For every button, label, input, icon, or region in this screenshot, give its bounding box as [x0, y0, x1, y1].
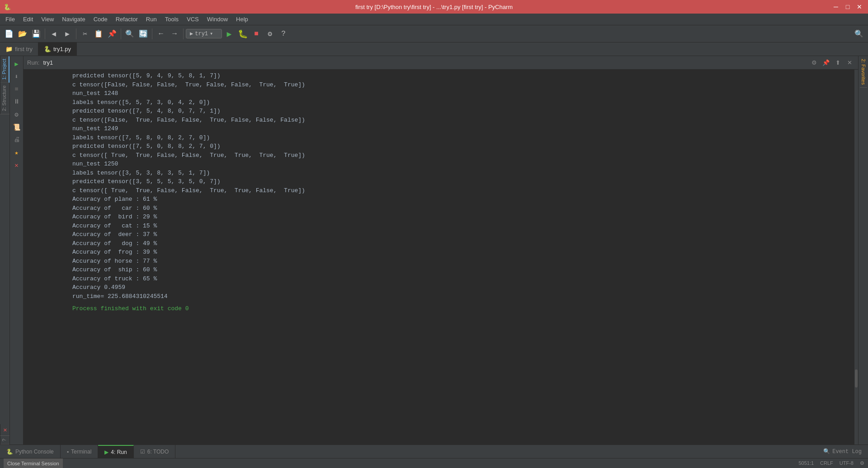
run-header-settings[interactable]: ⚙	[809, 58, 819, 68]
find-button[interactable]: 🔍	[123, 28, 136, 40]
project-tab[interactable]: 📁 first try	[0, 43, 38, 56]
sidebar-item-structure[interactable]: 2: Structure	[0, 83, 9, 114]
forward-button[interactable]: ▶	[61, 28, 74, 40]
console-line: Accuracy of frog : 39 %	[24, 248, 854, 257]
app-icon: 🐍	[4, 4, 11, 10]
encoding: UTF-8	[840, 460, 854, 466]
menu-tools[interactable]: Tools	[161, 15, 182, 24]
run-config-selector[interactable]: ▶ try1 ▾	[186, 29, 222, 38]
menu-run[interactable]: Run	[142, 15, 160, 24]
run-settings-button[interactable]: ⚙	[11, 109, 23, 120]
status-bar: Close Terminal Session 5051:1 CRLF UTF-8…	[0, 458, 868, 468]
menu-view[interactable]: View	[38, 15, 57, 24]
console-line: predicted tensor([7, 5, 0, 8, 8, 2, 7, 0…	[24, 142, 854, 151]
settings-icon[interactable]: ⚙	[860, 460, 864, 466]
menu-edit[interactable]: Edit	[19, 15, 37, 24]
event-log-tab[interactable]: 🔍 Event Log	[817, 445, 868, 458]
menu-help[interactable]: Help	[232, 15, 252, 24]
replace-button[interactable]: 🔄	[137, 28, 150, 40]
close-button[interactable]: ✕	[854, 2, 864, 12]
console-line: nun_test 1249	[24, 124, 854, 133]
console-line: Accuracy of bird : 29 %	[24, 213, 854, 222]
cursor-position: 5051:1	[798, 460, 814, 466]
python-console-icon: 🐍	[6, 449, 13, 455]
title-left: 🐍	[4, 4, 11, 10]
menu-vcs[interactable]: VCS	[183, 15, 203, 24]
bottom-tab-terminal[interactable]: ▪ Terminal	[61, 445, 99, 458]
menu-refactor[interactable]: Refactor	[112, 15, 142, 24]
run-error-button[interactable]: ✕	[11, 159, 23, 171]
console-line: Accuracy of cat : 15 %	[24, 222, 854, 231]
run-header-pin[interactable]: 📌	[821, 58, 831, 68]
run-resume-button[interactable]: ▶	[11, 58, 23, 70]
run-stop-button[interactable]: ■	[11, 83, 23, 95]
run-config-name: try1	[43, 59, 53, 66]
toolbar-sep-3	[121, 28, 121, 39]
console-line: nun_test 1250	[24, 160, 854, 169]
open-button[interactable]: 📂	[16, 28, 29, 40]
coverage-button[interactable]: ⚙	[264, 28, 276, 40]
run-scroll-button[interactable]: 📜	[11, 121, 23, 133]
sidebar-item-help[interactable]: ?	[0, 436, 9, 444]
console-line: c tensor([False, True, False, False, Tru…	[24, 116, 854, 125]
debug-button[interactable]: 🐛	[236, 28, 249, 40]
sidebar-right-favorites[interactable]: 2: Favorites	[860, 56, 867, 88]
console-line: Accuracy of dog : 49 %	[24, 239, 854, 248]
copy-button[interactable]: 📋	[92, 28, 105, 40]
file-tab-label: try1.py	[53, 46, 71, 52]
toolbar-sep-5	[183, 28, 184, 39]
toolbar-sep-4	[152, 28, 152, 39]
search-everywhere-button[interactable]: 🔍	[853, 28, 865, 40]
run-header-expand[interactable]: ⬆	[833, 58, 843, 68]
minimize-button[interactable]: ─	[831, 2, 841, 12]
menu-navigate[interactable]: Navigate	[58, 15, 89, 24]
save-all-button[interactable]: 💾	[30, 28, 42, 40]
run-pause-button[interactable]: ⏸	[11, 96, 23, 108]
menu-window[interactable]: Window	[203, 15, 231, 24]
back-button[interactable]: ◀	[47, 28, 60, 40]
bottom-tab-run[interactable]: ▶ 4: Run	[98, 445, 133, 458]
bottom-bar: 🐍 Python Console ▪ Terminal ▶ 4: Run ☑ 6…	[0, 444, 868, 458]
console-line: predicted tensor([3, 5, 5, 5, 3, 5, 0, 7…	[24, 177, 854, 186]
console-output: predicted tensor([5, 9, 4, 9, 5, 8, 1, 7…	[24, 70, 854, 444]
scrollbar-thumb[interactable]	[855, 369, 858, 388]
bottom-tab-python-console[interactable]: 🐍 Python Console	[0, 445, 61, 458]
help-button[interactable]: ?	[277, 28, 290, 40]
run-button[interactable]: ▶	[223, 28, 236, 40]
sidebar-item-project[interactable]: 1: Project	[0, 56, 9, 83]
console-line: labels tensor([3, 5, 3, 8, 3, 5, 1, 7])	[24, 169, 854, 178]
stop-button[interactable]: ■	[250, 28, 263, 40]
run-star-button[interactable]: ★	[11, 147, 23, 158]
console-line: c tensor([False, False, False, True, Fal…	[24, 80, 854, 90]
new-file-button[interactable]: 📄	[3, 28, 15, 40]
maximize-button[interactable]: □	[843, 2, 853, 12]
cut-button[interactable]: ✂	[79, 28, 91, 40]
event-log-label: Event Log	[832, 449, 862, 455]
python-file-icon: 🐍	[44, 46, 51, 52]
nav-forward-button[interactable]: →	[168, 28, 181, 40]
console-line: run_time= 225.6884310245514	[24, 292, 854, 301]
console-line: Accuracy 0.4959	[24, 283, 854, 292]
bottom-tab-todo[interactable]: ☑ 6: TODO	[134, 445, 176, 458]
status-right: 5051:1 CRLF UTF-8 ⚙	[798, 460, 864, 466]
run-step-over-button[interactable]: ⬇	[11, 71, 23, 82]
run-header-close[interactable]: ✕	[844, 58, 854, 68]
console-line: labels tensor([5, 5, 7, 3, 0, 4, 2, 0])	[24, 98, 854, 107]
file-tab[interactable]: 🐍 try1.py	[38, 43, 77, 56]
vertical-scrollbar[interactable]	[854, 70, 858, 444]
run-config-dropdown-icon: ▾	[210, 30, 213, 37]
run-tab-label: 4: Run	[111, 449, 127, 455]
console-line: Accuracy of plane : 61 %	[24, 195, 854, 204]
run-header: Run: try1 ⚙ 📌 ⬆ ✕	[24, 56, 858, 70]
sidebar-item-extra1[interactable]: ✕	[0, 424, 9, 436]
menu-code[interactable]: Code	[90, 15, 111, 24]
title-bar: 🐍 first try [D:\Python try\first try] - …	[0, 0, 868, 14]
run-header-controls: ⚙ 📌 ⬆ ✕	[809, 58, 854, 68]
nav-back-button[interactable]: ←	[155, 28, 167, 40]
paste-button[interactable]: 📌	[106, 28, 118, 40]
run-print-button[interactable]: 🖨	[11, 134, 23, 146]
menu-file[interactable]: File	[2, 15, 19, 24]
close-terminal-button[interactable]: Close Terminal Session	[4, 459, 63, 468]
console-line: Accuracy of car : 60 %	[24, 204, 854, 213]
console-line: predicted tensor([5, 9, 4, 9, 5, 8, 1, 7…	[24, 71, 854, 80]
